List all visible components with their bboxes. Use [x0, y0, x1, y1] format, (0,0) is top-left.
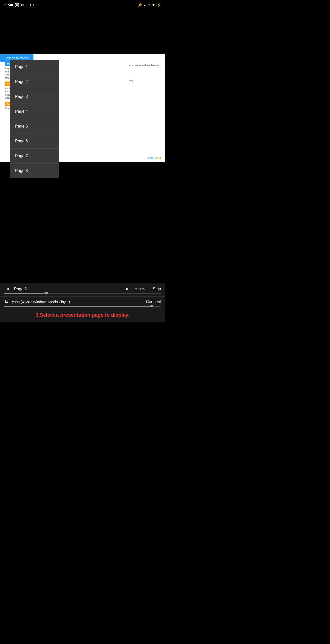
signal-icon: ▲ [143, 4, 146, 7]
bottom-controls: ◄ Page 2 ► Arrow Stop 🖥 yang (X230 : Win… [0, 283, 165, 322]
page-item-4[interactable]: Page 4 [10, 104, 59, 119]
tiktok-icon: ♩ [26, 3, 27, 7]
photo-icon: 🖼 [15, 3, 19, 7]
page-progress-row [0, 293, 165, 296]
stop-button[interactable]: Stop [153, 287, 161, 291]
prev-page-button[interactable]: ◄ [4, 286, 12, 292]
key-icon: 🔑 [138, 3, 142, 7]
page-item-1[interactable]: Page 1 [10, 60, 59, 74]
page-5-label: Page 5 [15, 124, 28, 129]
page-dropdown: Page 1 Page 2 Page 3 Page 4 Page 5 Page … [10, 60, 59, 178]
cast-screen-icon: 🖥 [4, 299, 9, 304]
slide-right-text: e can see some basic features:ying [129, 64, 160, 82]
page-item-2[interactable]: Page 2 [10, 74, 59, 89]
play-button[interactable]: ► [125, 286, 130, 292]
wifi-icon: ▼ [152, 3, 155, 7]
page-8-label: Page 8 [15, 169, 28, 173]
page-progress-thumb [45, 292, 48, 295]
page-1-label: Page 1 [15, 65, 28, 69]
lifeliqe-logo: Lifeliqe● [148, 156, 161, 160]
page-7-label: Page 7 [15, 154, 28, 158]
cast-device-label: yang (X230 : Windows Media Player) [12, 300, 142, 304]
lifeliqe-blue-text: Lifeliq [148, 156, 157, 160]
cast-row: 🖥 yang (X230 : Windows Media Player) Con… [0, 296, 165, 305]
cast-progress-bar[interactable] [4, 306, 161, 307]
tiktok2-icon: ♩ [29, 3, 31, 7]
cast-progress-fill [4, 306, 153, 307]
lesson-overview-label: Lesson overview [5, 56, 29, 60]
lifeliqe-orange-dot: e● [157, 156, 161, 160]
black-top-area [0, 10, 165, 54]
status-bar: 11:40 🖼 ⚙ ♩ ♩ • 🔑 ▲ ✶ ▼ ⚡ [0, 0, 165, 10]
time-display: 11:40 [4, 3, 13, 7]
status-right: 🔑 ▲ ✶ ▼ ⚡ [138, 3, 161, 7]
connect-button[interactable]: Connect [146, 300, 161, 304]
page-item-8[interactable]: Page 8 [10, 164, 59, 178]
page-item-7[interactable]: Page 7 [10, 149, 59, 164]
arrow-button[interactable]: Arrow [135, 287, 145, 291]
page-6-label: Page 6 [15, 139, 28, 143]
page-progress-fill [4, 293, 48, 294]
page-2-label: Page 2 [15, 79, 28, 84]
page-progress-bar[interactable] [4, 293, 161, 294]
dot-icon: • [33, 3, 34, 7]
page-item-6[interactable]: Page 6 [10, 134, 59, 149]
status-left: 11:40 🖼 ⚙ ♩ ♩ • [4, 3, 34, 7]
cast-progress-thumb [150, 305, 153, 307]
black-bottom-area [0, 162, 165, 277]
cast-progress-row [0, 305, 165, 309]
page-3-label: Page 3 [15, 94, 28, 99]
battery-icon: ⚡ [157, 3, 161, 7]
settings-icon: ⚙ [21, 3, 24, 7]
page-item-3[interactable]: Page 3 [10, 89, 59, 104]
page-nav-row: ◄ Page 2 ► Arrow Stop [0, 283, 165, 293]
current-page-label: Page 2 [14, 287, 122, 291]
page-4-label: Page 4 [15, 109, 28, 114]
instruction-text: 3.Select a presentation page to display. [0, 309, 165, 322]
bluetooth-icon: ✶ [148, 3, 150, 7]
page-item-5[interactable]: Page 5 [10, 119, 59, 134]
